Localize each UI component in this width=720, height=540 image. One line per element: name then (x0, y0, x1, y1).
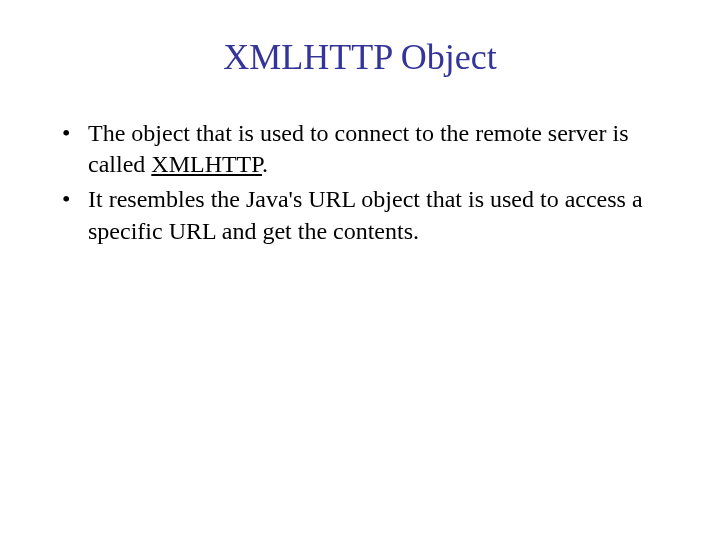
bullet-marker: • (58, 184, 88, 215)
underlined-text: XMLHTTP (151, 151, 262, 177)
slide-content: • The object that is used to connect to … (50, 118, 670, 247)
slide-title: XMLHTTP Object (50, 36, 670, 78)
list-item: • It resembles the Java's URL object tha… (58, 184, 670, 246)
bullet-marker: • (58, 118, 88, 149)
bullet-text: The object that is used to connect to th… (88, 118, 670, 180)
bullet-text: It resembles the Java's URL object that … (88, 184, 670, 246)
text-segment: . (262, 151, 268, 177)
text-segment: It resembles the Java's URL object that … (88, 186, 643, 243)
list-item: • The object that is used to connect to … (58, 118, 670, 180)
